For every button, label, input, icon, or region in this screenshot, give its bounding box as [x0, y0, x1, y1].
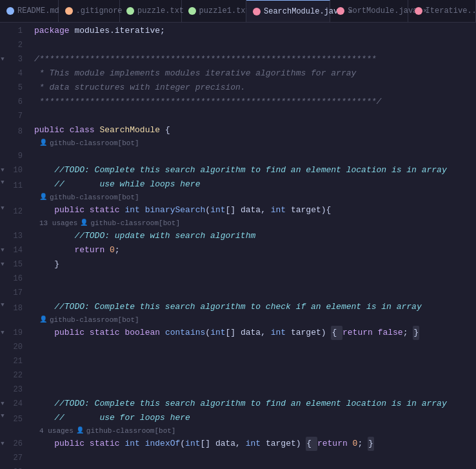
ln-8: 8 — [6, 123, 23, 149]
fold-icon-15[interactable]: ▼ — [0, 261, 6, 268]
fold-icon-10[interactable]: ▼ — [0, 166, 6, 174]
annotation-text-25: github-classroom[bot] — [86, 425, 176, 437]
fold-icon-19[interactable]: ▼ — [0, 329, 6, 337]
ln-17: 17 — [6, 286, 23, 300]
tab-icon-searchmodule — [253, 8, 261, 15]
ln-16: 16 — [6, 272, 23, 286]
tab-icon-gitignore — [65, 7, 73, 15]
ln-25: ▼ 25 — [6, 411, 23, 437]
ln-28: 28 — [6, 465, 23, 469]
ln-24: ▼ 24 — [6, 397, 23, 411]
ln-5: 5 — [6, 81, 23, 95]
tab-icon-puzzle1 — [188, 7, 196, 15]
ln-6: 6 — [6, 95, 23, 109]
code-line-24: //TODO: Complete this search algorithm t… — [29, 397, 476, 411]
code-line-13: //TODO: update with search algorithm — [29, 229, 476, 243]
ln-1: 1 — [6, 24, 23, 38]
ln-26: ▼ 26 — [6, 437, 23, 451]
code-line-21 — [29, 354, 476, 368]
code-line-4: * This module implements modules iterati… — [29, 66, 476, 81]
code-line-5: * data structures with integer precision… — [29, 81, 476, 95]
fold-icon-26[interactable]: ▼ — [0, 440, 6, 448]
annotation-text-11: github-classroom[bot] — [50, 192, 139, 203]
code-line-25: // use for loops here 4 usages 👤 github-… — [29, 411, 476, 437]
tab-label-readme: README.md — [17, 6, 59, 15]
annotation-text-8: github-classroom[bot] — [50, 137, 139, 149]
usages-text-12: 13 usages — [39, 217, 77, 229]
tab-label-iterative: Iterative... — [426, 6, 476, 15]
ln-12: ▼ 12 — [6, 203, 23, 229]
tab-label-gitignore: .gitignore — [76, 6, 123, 15]
annotation-text-18: github-classroom[bot] — [50, 314, 139, 326]
tab-gitignore[interactable]: .gitignore × — [59, 0, 121, 22]
code-line-10: //TODO: Complete this search algorithm t… — [29, 163, 476, 177]
ln-22: 22 — [6, 368, 23, 383]
code-line-9 — [29, 149, 476, 163]
code-area[interactable]: package modules.iterative; /************… — [29, 23, 476, 469]
code-line-16 — [29, 272, 476, 286]
fold-icon-3[interactable]: ▼ — [0, 55, 6, 63]
fold-icon-12[interactable]: ▼ — [0, 205, 6, 212]
code-line-8: public class SearchModule { 👤 github-cla… — [29, 123, 476, 149]
code-line-2 — [29, 38, 476, 52]
tab-icon-iterative — [415, 7, 422, 15]
user-icon-25: 👤 — [76, 425, 84, 437]
tab-label-puzzle1: puzzle1.txt — [199, 6, 250, 15]
tab-icon-md — [6, 7, 14, 15]
fold-icon-11[interactable]: ▼ — [0, 179, 6, 186]
code-line-28 — [29, 465, 476, 469]
code-line-15: } — [29, 257, 476, 272]
tab-iterative[interactable]: Iterative... × — [408, 0, 476, 22]
ln-15: ▼ 15 — [6, 257, 23, 272]
ln-18: ▼ 18 — [6, 300, 23, 326]
tab-label-sortmodule: SortModule.java — [348, 6, 417, 15]
usages-text-25: 4 usages — [39, 425, 74, 437]
code-line-1: package modules.iterative; — [29, 24, 476, 38]
ln-14: ▼ 14 — [6, 243, 23, 257]
code-line-3: /***************************************… — [29, 52, 476, 66]
code-line-18: //TODO: Complete this search algorithm t… — [29, 300, 476, 326]
code-line-11: // use while loops here 👤 github-classro… — [29, 177, 476, 203]
editor: 1 2 ▼ 3 4 5 6 7 8 9 ▼ 10 ▼ 11 ▼ 12 13 ▼ … — [0, 23, 476, 469]
ln-9: 9 — [6, 149, 23, 163]
code-line-27 — [29, 451, 476, 465]
user-icon-18: 👤 — [39, 314, 47, 326]
tab-sortmodule[interactable]: SortModule.java × — [330, 0, 408, 22]
ln-2: 2 — [6, 38, 23, 52]
code-line-17 — [29, 286, 476, 300]
code-line-22 — [29, 368, 476, 383]
fold-icon-25[interactable]: ▼ — [0, 412, 6, 420]
code-line-20 — [29, 340, 476, 354]
line-numbers: 1 2 ▼ 3 4 5 6 7 8 9 ▼ 10 ▼ 11 ▼ 12 13 ▼ … — [0, 23, 29, 469]
tab-puzzle1[interactable]: puzzle1.txt × — [182, 0, 246, 22]
ln-4: 4 — [6, 66, 23, 81]
tab-bar: README.md × .gitignore × puzzle.txt × pu… — [0, 0, 476, 23]
tab-searchmodule[interactable]: SearchModule.java × — [246, 0, 330, 22]
tab-label-puzzle: puzzle.txt — [137, 6, 184, 15]
ln-27: 27 — [6, 451, 23, 465]
user-icon-12: 👤 — [80, 217, 88, 229]
tab-icon-sortmodule — [337, 7, 344, 15]
tab-icon-puzzle — [126, 7, 134, 15]
ln-11: ▼ 11 — [6, 177, 23, 203]
code-line-7 — [29, 109, 476, 123]
code-line-19: public static boolean contains(int[] dat… — [29, 326, 476, 340]
fold-icon-24[interactable]: ▼ — [0, 400, 6, 408]
ln-10: ▼ 10 — [6, 163, 23, 177]
ln-23: 23 — [6, 383, 23, 397]
user-icon-11: 👤 — [39, 192, 47, 203]
code-line-12: public static int binarySearch(int[] dat… — [29, 203, 476, 229]
code-line-6: ****************************************… — [29, 95, 476, 109]
ln-20: 20 — [6, 340, 23, 354]
fold-icon-14[interactable]: ▼ — [0, 246, 6, 254]
fold-icon-18[interactable]: ▼ — [0, 301, 6, 309]
ln-13: 13 — [6, 229, 23, 243]
tab-puzzle[interactable]: puzzle.txt × — [120, 0, 182, 22]
tab-readme[interactable]: README.md × — [0, 0, 59, 22]
code-line-14: return 0; — [29, 243, 476, 257]
user-icon-8: 👤 — [39, 137, 47, 149]
ln-7: 7 — [6, 109, 23, 123]
annotation-text-12: github-classroom[bot] — [90, 217, 180, 229]
ln-21: 21 — [6, 354, 23, 368]
ln-19: ▼ 19 — [6, 326, 23, 340]
